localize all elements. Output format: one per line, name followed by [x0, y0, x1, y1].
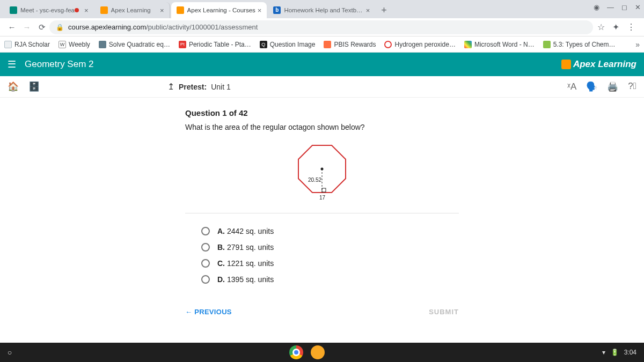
option-a[interactable]: A.2442 sq. units: [185, 223, 459, 239]
launcher-button[interactable]: ○: [0, 348, 19, 357]
folder-icon: [4, 41, 12, 48]
q-icon: Q: [260, 41, 267, 48]
url-input[interactable]: 🔒 course.apexlearning.com/public/activit…: [49, 20, 593, 34]
wifi-icon: ▾: [602, 349, 605, 356]
tab-apex-courses[interactable]: Apex Learning - Courses ×: [171, 2, 267, 18]
target-icon: [384, 41, 392, 48]
new-tab-button[interactable]: +: [376, 2, 391, 18]
bookmark-word[interactable]: Microsoft Word - N…: [464, 41, 535, 48]
question-prompt: What is the area of the regular octagon …: [185, 123, 459, 131]
radio-icon: [201, 259, 210, 268]
clock: 3:04: [624, 349, 636, 356]
url-host: course.apexlearning.com: [68, 23, 146, 31]
tab-title: Apex Learning - Courses: [187, 7, 255, 13]
translate-icon[interactable]: ᵡA: [567, 81, 576, 92]
window-controls: ◉ — ◻ ✕: [594, 3, 641, 11]
sync-icon[interactable]: ◉: [594, 3, 599, 11]
bookmark-pbis[interactable]: PBIS Rewards: [324, 41, 376, 48]
system-tray[interactable]: ▾ 🔋 3:04: [595, 349, 644, 356]
submit-button[interactable]: SUBMIT: [429, 308, 459, 316]
tab-title: Apex Learning: [111, 7, 158, 13]
radio-icon: [201, 243, 210, 252]
os-taskbar: ○ ▾ 🔋 3:04: [0, 343, 644, 362]
apex-icon: [177, 6, 184, 14]
question-figure: 20.52 17: [185, 139, 459, 213]
tab-meet[interactable]: Meet - ysc-evsg-fea ×: [4, 2, 94, 18]
app-icon[interactable]: [311, 345, 325, 359]
close-icon[interactable]: ×: [160, 6, 164, 14]
question-area: Question 1 of 42 What is the area of the…: [0, 98, 644, 343]
url-path: /public/activity/1000001/assessment: [146, 23, 258, 31]
apex-header: ☰ Geometry Sem 2 Apex Learning: [0, 53, 644, 76]
up-icon: ↥: [167, 82, 174, 92]
bookmark-quadratic[interactable]: Solve Quadratic eq…: [99, 41, 170, 48]
breadcrumb-unit: Unit 1: [211, 83, 231, 91]
print-icon[interactable]: 🖨️: [607, 81, 618, 92]
meet-icon: [10, 6, 17, 14]
bookmark-weebly[interactable]: WWeebly: [58, 41, 90, 48]
bookmarks-overflow[interactable]: »: [635, 40, 640, 49]
option-b[interactable]: B.2791 sq. units: [185, 239, 459, 255]
bookmark-question-image[interactable]: QQuestion Image: [260, 41, 316, 48]
flask-icon: [543, 41, 551, 48]
weebly-icon: W: [58, 41, 66, 48]
answer-options: A.2442 sq. units B.2791 sq. units C.1221…: [185, 223, 459, 287]
chrome-app-icon[interactable]: [289, 345, 303, 359]
apex-logo-icon: [561, 60, 571, 69]
close-icon[interactable]: ×: [258, 6, 262, 14]
tab-title: Homework Help and Textbook S: [284, 7, 363, 13]
palette-icon: [464, 41, 472, 48]
briefcase-icon[interactable]: 🗄️: [28, 81, 40, 92]
forward-button[interactable]: →: [19, 23, 34, 32]
calc-icon: [99, 41, 106, 48]
bookmark-chem[interactable]: 5.3: Types of Chem…: [543, 41, 616, 48]
menu-icon[interactable]: ⋮: [627, 22, 635, 32]
previous-button[interactable]: ← PREVIOUS: [185, 308, 232, 316]
svg-rect-3: [322, 188, 326, 192]
browser-tab-strip: Meet - ysc-evsg-fea × Apex Learning × Ap…: [0, 0, 644, 18]
bookmark-hydrogen[interactable]: Hydrogen peroxide…: [384, 41, 455, 48]
close-window-icon[interactable]: ✕: [635, 3, 641, 11]
address-bar-row: ← → ⟳ 🔒 course.apexlearning.com/public/a…: [0, 18, 644, 36]
recording-icon: [75, 8, 79, 12]
star-icon[interactable]: ☆: [597, 22, 605, 32]
question-header: Question 1 of 42: [185, 108, 459, 117]
pt-icon: Pt: [179, 41, 186, 48]
extensions-icon[interactable]: ✦: [612, 22, 619, 32]
minimize-icon[interactable]: —: [607, 3, 614, 11]
bookmark-rja[interactable]: RJA Scholar: [4, 41, 50, 48]
octagon-diagram: 20.52 17: [290, 139, 354, 203]
lock-icon: 🔒: [56, 24, 64, 31]
svg-text:20.52: 20.52: [308, 177, 321, 183]
option-c[interactable]: C.1221 sq. units: [185, 255, 459, 271]
tab-homework[interactable]: b Homework Help and Textbook S ×: [268, 2, 375, 18]
course-title: Geometry Sem 2: [25, 59, 94, 70]
bookmark-periodic[interactable]: PtPeriodic Table - Pta…: [179, 41, 251, 48]
breadcrumb-label: Pretest:: [179, 83, 207, 91]
help-icon[interactable]: ?⃝: [628, 81, 636, 92]
apex-brand: Apex Learning: [561, 59, 636, 70]
close-icon[interactable]: ×: [84, 6, 89, 14]
bartleby-icon: b: [273, 6, 281, 14]
radio-icon: [201, 227, 210, 235]
svg-text:17: 17: [319, 195, 326, 201]
breadcrumb[interactable]: ↥ Pretest: Unit 1: [167, 82, 231, 92]
tab-apex[interactable]: Apex Learning ×: [95, 2, 170, 18]
reload-button[interactable]: ⟳: [34, 23, 49, 32]
tab-title: Meet - ysc-evsg-fea: [20, 7, 75, 13]
back-button[interactable]: ←: [4, 23, 19, 32]
sub-toolbar: 🏠 🗄️ ↥ Pretest: Unit 1 ᵡA 🗣️ 🖨️ ?⃝: [0, 76, 644, 98]
option-d[interactable]: D.1395 sq. units: [185, 271, 459, 287]
hamburger-icon[interactable]: ☰: [8, 58, 16, 70]
radio-icon: [201, 275, 210, 284]
pbis-icon: [324, 41, 331, 48]
home-icon[interactable]: 🏠: [8, 81, 19, 92]
close-icon[interactable]: ×: [366, 6, 370, 14]
maximize-icon[interactable]: ◻: [621, 3, 627, 11]
battery-icon: 🔋: [611, 349, 619, 356]
read-aloud-icon[interactable]: 🗣️: [586, 81, 597, 92]
apex-icon: [100, 6, 108, 14]
bookmarks-bar: RJA Scholar WWeebly Solve Quadratic eq… …: [0, 36, 644, 53]
